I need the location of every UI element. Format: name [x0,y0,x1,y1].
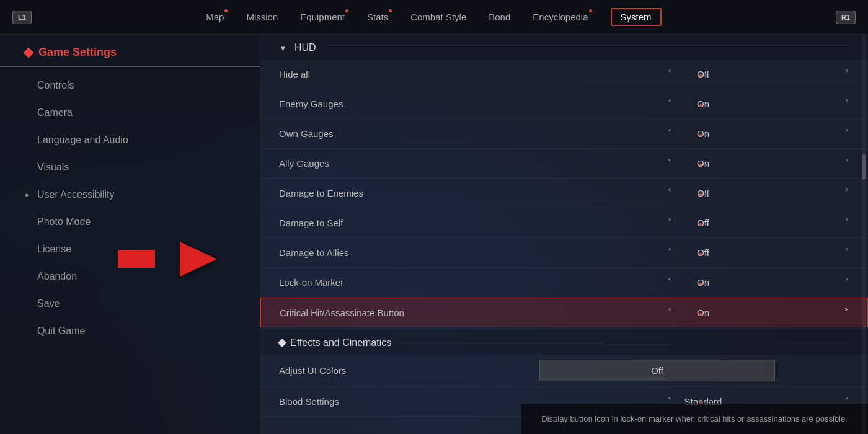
setting-control: ˂ On ˃ [539,98,849,110]
chevron-right-icon[interactable]: ˃ [844,187,849,199]
chevron-right-icon[interactable]: ˃ [844,128,849,140]
chevron-left-icon[interactable]: ˂ [667,247,672,259]
scrollbar-thumb[interactable] [862,154,866,179]
chevron-right-icon[interactable]: ˃ [844,277,849,288]
chevron-right-icon[interactable]: ˃ [844,98,849,110]
dot-indicators [699,74,707,77]
setting-row-lockon[interactable]: Lock-on Marker ˂ On ˃ [260,268,868,298]
nav-item-encyclopedia[interactable]: Encyclopedia [533,12,588,22]
nav-items-container: Map Mission Equipment Stats Combat Style [206,8,661,26]
sidebar-item-camera[interactable]: Camera [0,99,260,126]
nav-item-mission[interactable]: Mission [246,12,278,22]
effects-section-header: Effects and Cinematics [260,330,868,355]
setting-row-critical-hit[interactable]: Critical Hit/Assassinate Button ˂ On ˃ [260,298,868,327]
dot-2 [704,74,707,78]
chevron-left-icon[interactable]: ˂ [667,277,672,288]
l1-button[interactable]: L1 [12,11,32,24]
dot-indicators [699,164,707,166]
dot-indicators [699,253,707,255]
sidebar-item-accessibility[interactable]: User Accessibility [0,181,260,208]
chevron-right-icon[interactable]: ˃ [844,307,849,319]
setting-row-own-gauges[interactable]: Own Gauges ˂ On ˃ [260,119,868,149]
hud-section-header: ▼ HUD [260,35,868,60]
nav-dot-equipment [345,9,348,12]
dot-2 [704,193,707,197]
setting-control: ˂ On ˃ [540,307,849,319]
setting-control: ˂ On ˃ [539,277,849,288]
setting-label: Hide all [279,69,539,79]
dot-2 [704,133,707,137]
sidebar-item-visuals[interactable]: Visuals [0,154,260,181]
setting-row-enemy-gauges[interactable]: Enemy Gauges ˂ On ˃ [260,89,868,119]
chevron-right-icon[interactable]: ˃ [844,217,849,229]
sidebar-item-abandon[interactable]: Abandon [0,263,260,290]
bottom-description: Display button icon in lock-on marker wh… [521,403,868,434]
setting-label: Enemy Gauges [279,99,539,109]
setting-label: Adjust UI Colors [279,365,539,376]
nav-item-stats[interactable]: Stats [367,12,388,22]
setting-row-hide-all[interactable]: Hide all ˂ Off ˃ [260,60,868,89]
dot-1 [699,282,702,286]
dot-indicators [699,193,707,196]
main-layout: Game Settings Controls Camera Language a… [0,35,868,434]
chevron-left-icon[interactable]: ˂ [667,307,672,319]
dot-1 [699,223,702,226]
dot-2 [704,312,707,316]
nav-item-equipment[interactable]: Equipment [300,12,345,22]
sidebar-item-quit[interactable]: Quit Game [0,317,260,345]
dot-indicators [699,134,707,136]
dot-2 [704,282,707,286]
setting-label: Ally Gauges [279,158,539,169]
setting-row-damage-enemies[interactable]: Damage to Enemies ˂ Off ˃ [260,179,868,208]
chevron-left-icon[interactable]: ˂ [667,128,672,140]
dot-1 [699,252,702,256]
chevron-right-icon[interactable]: ˃ [844,157,849,169]
chevron-right-icon[interactable]: ˃ [844,247,849,259]
scrollbar-track[interactable] [862,35,866,434]
nav-dot-encyclopedia [589,9,592,12]
setting-row-damage-allies[interactable]: Damage to Allies ˂ Off ˃ [260,238,868,268]
dot-1 [699,163,702,167]
chevron-left-icon[interactable]: ˂ [667,217,672,229]
sidebar-item-controls[interactable]: Controls [0,72,260,99]
dot-2 [704,104,707,107]
diamond-icon [24,47,34,58]
sidebar-item-save[interactable]: Save [0,290,260,317]
sidebar-item-language[interactable]: Language and Audio [0,126,260,154]
nav-item-system[interactable]: System [611,8,662,26]
chevron-right-icon[interactable]: ˃ [844,68,849,80]
setting-label: Damage to Allies [279,247,539,258]
settings-content: ▼ HUD Hide all ˂ Off [260,35,868,434]
dot-1 [699,104,702,107]
settings-list: ▼ HUD Hide all ˂ Off [260,35,868,417]
dot-1 [699,193,702,197]
nav-item-bond[interactable]: Bond [489,12,510,22]
chevron-left-icon[interactable]: ˂ [667,98,672,110]
ui-colors-value-box[interactable]: Off [539,360,775,381]
setting-row-damage-self[interactable]: Damage to Self ˂ Off ˃ [260,208,868,238]
setting-control: ˂ Off ˃ [539,217,849,229]
setting-label: Critical Hit/Assassinate Button [280,308,540,318]
dot-indicators [699,283,707,285]
setting-label: Blood Settings [279,396,539,407]
chevron-left-icon[interactable]: ˂ [667,157,672,169]
setting-label: Own Gauges [279,128,539,139]
nav-item-map[interactable]: Map [206,12,224,22]
chevron-left-icon[interactable]: ˂ [667,187,672,199]
dot-indicators [699,313,707,316]
setting-control: ˂ On ˃ [539,128,849,140]
dot-2 [704,223,707,226]
chevron-left-icon[interactable]: ˂ [667,68,672,80]
sidebar-item-photo[interactable]: Photo Mode [0,208,260,236]
setting-row-adjust-ui[interactable]: Adjust UI Colors Off [260,355,868,387]
game-screen: L1 Map Mission Equipment Stats [0,0,868,434]
dot-2 [704,163,707,167]
nav-dot-map [224,9,228,12]
setting-label: Lock-on Marker [279,277,539,288]
r1-button[interactable]: R1 [836,11,856,24]
setting-control: ˂ Off ˃ [539,187,849,199]
nav-item-combat-style[interactable]: Combat Style [410,12,466,22]
setting-row-ally-gauges[interactable]: Ally Gauges ˂ On ˃ [260,149,868,179]
dot-indicators [699,223,707,226]
sidebar-item-license[interactable]: License [0,236,260,263]
